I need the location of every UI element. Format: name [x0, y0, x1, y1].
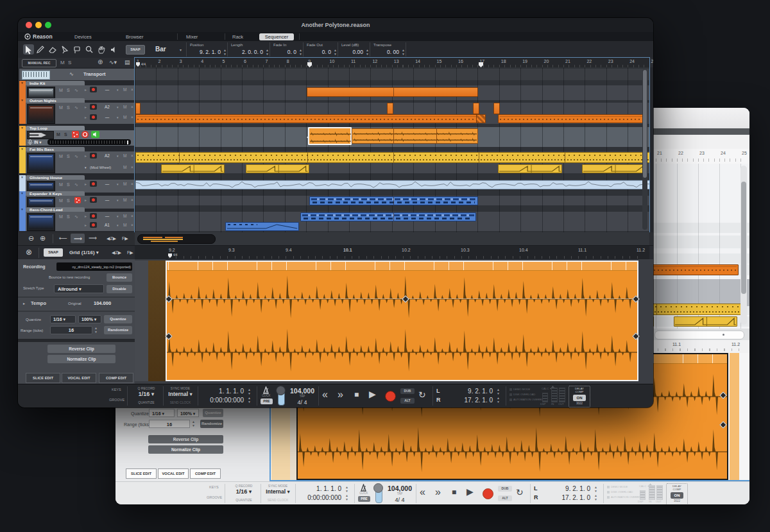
clip-top-loop[interactable] — [308, 127, 352, 145]
sync-mode-value[interactable]: Internal ▾ — [166, 391, 195, 397]
close-edit-icon[interactable]: ⊗ — [26, 248, 32, 256]
track-fold-icon[interactable]: ▼ — [21, 82, 24, 85]
snap-button[interactable]: SNAP — [126, 45, 145, 55]
stepper[interactable]: ▲▼ — [345, 486, 351, 493]
clip-indie-kit[interactable] — [307, 87, 478, 97]
track-row-fat-80s-bass[interactable]: MS∿▸A2▾M×▾(Mod Wheel)M× — [26, 151, 135, 173]
zoom-out-icon[interactable]: ⊖ — [28, 235, 34, 242]
stretch-type-select[interactable]: Allround ▾ — [54, 284, 104, 293]
stepper[interactable]: ▲▼ — [497, 397, 502, 404]
stepper[interactable]: ▲▼ — [594, 486, 600, 493]
record-button[interactable] — [385, 391, 396, 402]
loop-button[interactable]: ↻ — [418, 390, 426, 399]
bounce-button[interactable]: Bounce — [107, 273, 132, 282]
clip-outrun-nights[interactable] — [387, 103, 393, 114]
delay-comp-on-button[interactable]: ON — [573, 395, 586, 401]
q-record-value[interactable]: 1/16 ▾ — [228, 489, 259, 495]
edit-mode-tab[interactable]: SLICE EDIT — [126, 468, 157, 479]
stepper-down-icon[interactable]: ▼ — [497, 392, 500, 395]
stepper-down-icon[interactable]: ▼ — [192, 424, 195, 427]
track-fold-icon[interactable]: ▼ — [21, 99, 24, 102]
quantize-amount-combo[interactable]: 100% ▾ — [78, 315, 101, 323]
lane-record-icon[interactable] — [90, 222, 97, 228]
clip-bass-chord-lead[interactable] — [300, 212, 476, 221]
edit-mode-tab[interactable]: COMP EDIT — [190, 468, 221, 479]
clip-outrun-nights[interactable] — [135, 114, 486, 123]
play-button[interactable]: ▶ — [369, 390, 376, 399]
pencil-tool-icon[interactable] — [35, 44, 46, 55]
stepper-down-icon[interactable]: ▼ — [366, 53, 369, 56]
clip-bass-chord-lead[interactable] — [225, 222, 299, 231]
quantize-value-combo[interactable]: 1/16 ▾ — [149, 409, 175, 417]
tab-sequencer[interactable]: Sequencer — [259, 33, 294, 40]
clip-fat-80s-bass[interactable] — [246, 164, 309, 173]
speaker-tool-icon[interactable] — [108, 44, 119, 55]
stepper[interactable]: ▲▼ — [192, 420, 198, 427]
clip-fat-80s-bass[interactable] — [135, 152, 649, 163]
range-ticks-value[interactable]: 16 — [50, 326, 92, 334]
track-transport[interactable]: ∿Transport — [19, 69, 135, 80]
stepper-down-icon[interactable]: ▼ — [402, 53, 405, 56]
stepper-down-icon[interactable]: ▼ — [345, 498, 348, 501]
tab-rack[interactable]: Rack — [232, 35, 243, 40]
pre-button[interactable]: PRE — [261, 399, 273, 404]
clip-outrun-nights[interactable] — [473, 103, 479, 114]
tab-devices[interactable]: Devices — [74, 35, 92, 40]
stepper[interactable]: ▲▼ — [248, 388, 253, 395]
magnify-tool-icon[interactable] — [84, 44, 95, 55]
edit-ruler[interactable]: 9.29.39.410.110.210.310.411.111.24/4 — [135, 246, 649, 260]
click-level-knob[interactable] — [373, 483, 383, 493]
stepper[interactable]: ▲▼ — [594, 494, 600, 501]
track-color-strip[interactable] — [19, 147, 26, 173]
stepper[interactable]: ▲▼ — [299, 49, 305, 56]
hand-tool-icon[interactable] — [96, 44, 107, 55]
lanes-icon[interactable]: ▤ — [124, 60, 130, 65]
automation-icon[interactable]: ∿▾ — [109, 60, 117, 65]
rewind-button[interactable]: « — [420, 487, 425, 497]
lane-record-icon[interactable] — [90, 213, 97, 219]
track-row-bass-chord-lead[interactable]: MS∿▸—▾M×▸A1▾M× — [26, 212, 135, 231]
mute-tool-icon[interactable] — [72, 44, 83, 55]
nav-current-icon[interactable]: ⟹ — [71, 234, 85, 243]
bg-hscrollbar[interactable] — [654, 330, 744, 339]
stepper[interactable]: ▲▼ — [402, 49, 407, 56]
q-record-value[interactable]: 1/16 ▾ — [131, 391, 162, 397]
razor-tool-icon[interactable] — [60, 44, 71, 55]
stepper[interactable]: ▲▼ — [497, 388, 502, 395]
click-level-knob[interactable] — [276, 386, 286, 395]
stepper-down-icon[interactable]: ▼ — [248, 400, 251, 404]
edit-mode-tab[interactable]: COMP EDIT — [99, 373, 133, 383]
stepper-down-icon[interactable]: ▼ — [94, 330, 98, 334]
arrange-vscroll-thumb[interactable] — [643, 70, 647, 178]
manual-rec-button[interactable]: MANUAL REC — [22, 59, 56, 67]
alt-button[interactable]: ALT — [400, 398, 415, 404]
monitor-icon[interactable] — [91, 131, 99, 138]
track-row-expander-x-keys[interactable]: MS▸—▾M× — [26, 196, 135, 209]
lane-record-icon[interactable] — [90, 181, 97, 187]
lane-record-icon[interactable] — [90, 114, 97, 120]
reverse-clip-button[interactable]: Reverse Clip — [148, 435, 223, 443]
quantize-value-combo[interactable]: 1/16 ▾ — [50, 315, 76, 323]
record-enable-icon[interactable] — [81, 131, 89, 138]
quantize-button[interactable]: Quantize — [203, 409, 223, 417]
select-tool-icon[interactable] — [23, 44, 34, 55]
tab-mixer[interactable]: Mixer — [186, 35, 198, 40]
lane-record-icon[interactable] — [90, 153, 97, 159]
loop-button[interactable]: ↻ — [516, 488, 524, 497]
editor-canvas[interactable] — [135, 259, 653, 384]
stepper-down-icon[interactable]: ▼ — [334, 53, 337, 56]
track-fold-icon[interactable]: ▼ — [21, 208, 24, 211]
eraser-tool-icon[interactable] — [47, 44, 58, 55]
clip-fat-80s-bass[interactable] — [674, 316, 737, 327]
track-fold-icon[interactable]: ▼ — [21, 192, 24, 195]
stepper[interactable]: ▲▼ — [334, 49, 339, 56]
sync-mode-value[interactable]: Internal ▾ — [263, 489, 293, 495]
zoom-in-icon[interactable]: ⊕ — [40, 235, 46, 242]
stepper[interactable]: ▲▼ — [266, 49, 271, 56]
clip-outrun-nights[interactable] — [493, 103, 500, 114]
stepper-down-icon[interactable]: ▼ — [266, 53, 269, 56]
range-ticks-value[interactable]: 16 — [149, 420, 190, 428]
stepper[interactable]: ▲▼ — [248, 397, 253, 404]
stepper[interactable]: ▲▼ — [94, 327, 100, 334]
track-fold-icon[interactable]: ▼ — [21, 176, 24, 179]
